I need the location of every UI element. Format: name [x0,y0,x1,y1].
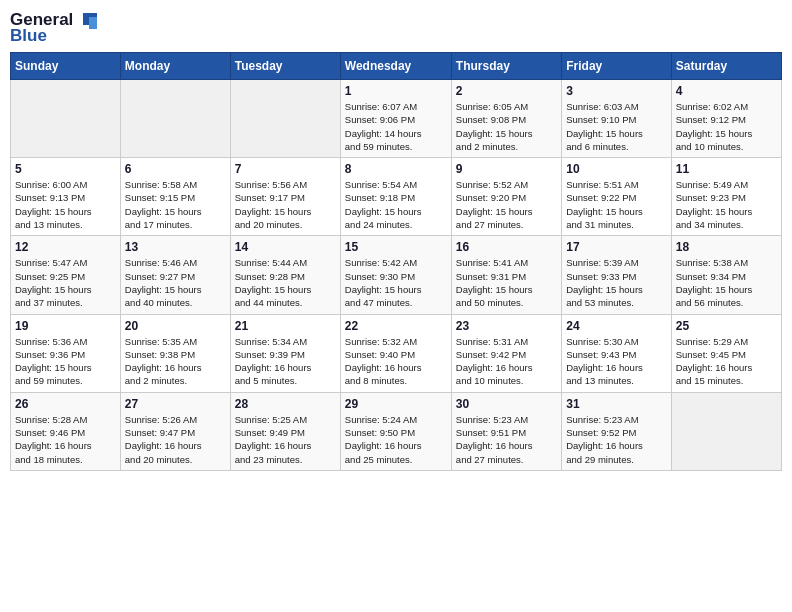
weekday-header-friday: Friday [562,53,671,80]
calendar-cell [671,392,781,470]
day-number: 22 [345,319,447,333]
calendar-cell: 30Sunrise: 5:23 AM Sunset: 9:51 PM Dayli… [451,392,561,470]
day-number: 15 [345,240,447,254]
day-info: Sunrise: 5:49 AM Sunset: 9:23 PM Dayligh… [676,178,777,231]
logo-blue-text: Blue [10,26,47,46]
day-number: 28 [235,397,336,411]
calendar-cell: 14Sunrise: 5:44 AM Sunset: 9:28 PM Dayli… [230,236,340,314]
day-info: Sunrise: 5:52 AM Sunset: 9:20 PM Dayligh… [456,178,557,231]
calendar-week-row: 1Sunrise: 6:07 AM Sunset: 9:06 PM Daylig… [11,80,782,158]
day-info: Sunrise: 5:56 AM Sunset: 9:17 PM Dayligh… [235,178,336,231]
day-number: 9 [456,162,557,176]
calendar-week-row: 12Sunrise: 5:47 AM Sunset: 9:25 PM Dayli… [11,236,782,314]
calendar-cell: 20Sunrise: 5:35 AM Sunset: 9:38 PM Dayli… [120,314,230,392]
day-number: 20 [125,319,226,333]
day-number: 17 [566,240,666,254]
calendar-cell: 1Sunrise: 6:07 AM Sunset: 9:06 PM Daylig… [340,80,451,158]
day-info: Sunrise: 5:24 AM Sunset: 9:50 PM Dayligh… [345,413,447,466]
weekday-header-monday: Monday [120,53,230,80]
calendar-week-row: 26Sunrise: 5:28 AM Sunset: 9:46 PM Dayli… [11,392,782,470]
day-number: 6 [125,162,226,176]
day-info: Sunrise: 6:02 AM Sunset: 9:12 PM Dayligh… [676,100,777,153]
day-number: 19 [15,319,116,333]
day-info: Sunrise: 5:42 AM Sunset: 9:30 PM Dayligh… [345,256,447,309]
day-number: 21 [235,319,336,333]
day-info: Sunrise: 5:51 AM Sunset: 9:22 PM Dayligh… [566,178,666,231]
day-info: Sunrise: 5:35 AM Sunset: 9:38 PM Dayligh… [125,335,226,388]
day-info: Sunrise: 5:44 AM Sunset: 9:28 PM Dayligh… [235,256,336,309]
calendar-cell: 28Sunrise: 5:25 AM Sunset: 9:49 PM Dayli… [230,392,340,470]
day-number: 13 [125,240,226,254]
calendar-cell: 13Sunrise: 5:46 AM Sunset: 9:27 PM Dayli… [120,236,230,314]
day-info: Sunrise: 6:00 AM Sunset: 9:13 PM Dayligh… [15,178,116,231]
calendar-cell: 26Sunrise: 5:28 AM Sunset: 9:46 PM Dayli… [11,392,121,470]
calendar-cell: 21Sunrise: 5:34 AM Sunset: 9:39 PM Dayli… [230,314,340,392]
logo: General Blue [10,10,97,46]
day-number: 3 [566,84,666,98]
weekday-header-wednesday: Wednesday [340,53,451,80]
day-number: 7 [235,162,336,176]
day-number: 18 [676,240,777,254]
day-info: Sunrise: 5:46 AM Sunset: 9:27 PM Dayligh… [125,256,226,309]
day-info: Sunrise: 5:29 AM Sunset: 9:45 PM Dayligh… [676,335,777,388]
header: General Blue [10,10,782,46]
day-info: Sunrise: 5:58 AM Sunset: 9:15 PM Dayligh… [125,178,226,231]
day-number: 31 [566,397,666,411]
weekday-header-saturday: Saturday [671,53,781,80]
calendar-body: 1Sunrise: 6:07 AM Sunset: 9:06 PM Daylig… [11,80,782,471]
day-info: Sunrise: 5:30 AM Sunset: 9:43 PM Dayligh… [566,335,666,388]
calendar-cell: 27Sunrise: 5:26 AM Sunset: 9:47 PM Dayli… [120,392,230,470]
calendar-cell: 11Sunrise: 5:49 AM Sunset: 9:23 PM Dayli… [671,158,781,236]
calendar-table: SundayMondayTuesdayWednesdayThursdayFrid… [10,52,782,471]
logo-icon [75,11,97,29]
weekday-header-thursday: Thursday [451,53,561,80]
day-number: 29 [345,397,447,411]
day-number: 27 [125,397,226,411]
calendar-header: SundayMondayTuesdayWednesdayThursdayFrid… [11,53,782,80]
day-info: Sunrise: 5:39 AM Sunset: 9:33 PM Dayligh… [566,256,666,309]
day-number: 8 [345,162,447,176]
day-number: 12 [15,240,116,254]
day-info: Sunrise: 5:25 AM Sunset: 9:49 PM Dayligh… [235,413,336,466]
day-number: 14 [235,240,336,254]
day-number: 4 [676,84,777,98]
calendar-cell: 16Sunrise: 5:41 AM Sunset: 9:31 PM Dayli… [451,236,561,314]
calendar-week-row: 19Sunrise: 5:36 AM Sunset: 9:36 PM Dayli… [11,314,782,392]
calendar-cell: 12Sunrise: 5:47 AM Sunset: 9:25 PM Dayli… [11,236,121,314]
calendar-cell: 18Sunrise: 5:38 AM Sunset: 9:34 PM Dayli… [671,236,781,314]
calendar-cell: 15Sunrise: 5:42 AM Sunset: 9:30 PM Dayli… [340,236,451,314]
day-number: 23 [456,319,557,333]
day-number: 10 [566,162,666,176]
day-info: Sunrise: 5:38 AM Sunset: 9:34 PM Dayligh… [676,256,777,309]
calendar-cell: 31Sunrise: 5:23 AM Sunset: 9:52 PM Dayli… [562,392,671,470]
calendar-cell: 8Sunrise: 5:54 AM Sunset: 9:18 PM Daylig… [340,158,451,236]
calendar-cell: 17Sunrise: 5:39 AM Sunset: 9:33 PM Dayli… [562,236,671,314]
day-info: Sunrise: 5:41 AM Sunset: 9:31 PM Dayligh… [456,256,557,309]
calendar-cell [11,80,121,158]
calendar-cell: 25Sunrise: 5:29 AM Sunset: 9:45 PM Dayli… [671,314,781,392]
day-info: Sunrise: 5:54 AM Sunset: 9:18 PM Dayligh… [345,178,447,231]
weekday-header-tuesday: Tuesday [230,53,340,80]
day-info: Sunrise: 6:05 AM Sunset: 9:08 PM Dayligh… [456,100,557,153]
svg-marker-1 [89,17,97,29]
day-info: Sunrise: 5:26 AM Sunset: 9:47 PM Dayligh… [125,413,226,466]
day-number: 30 [456,397,557,411]
day-info: Sunrise: 5:34 AM Sunset: 9:39 PM Dayligh… [235,335,336,388]
day-info: Sunrise: 5:31 AM Sunset: 9:42 PM Dayligh… [456,335,557,388]
calendar-cell: 23Sunrise: 5:31 AM Sunset: 9:42 PM Dayli… [451,314,561,392]
day-number: 26 [15,397,116,411]
calendar-cell: 3Sunrise: 6:03 AM Sunset: 9:10 PM Daylig… [562,80,671,158]
day-number: 24 [566,319,666,333]
day-number: 16 [456,240,557,254]
calendar-cell: 9Sunrise: 5:52 AM Sunset: 9:20 PM Daylig… [451,158,561,236]
day-number: 1 [345,84,447,98]
calendar-cell: 29Sunrise: 5:24 AM Sunset: 9:50 PM Dayli… [340,392,451,470]
day-info: Sunrise: 5:28 AM Sunset: 9:46 PM Dayligh… [15,413,116,466]
day-number: 2 [456,84,557,98]
day-info: Sunrise: 6:07 AM Sunset: 9:06 PM Dayligh… [345,100,447,153]
day-info: Sunrise: 5:32 AM Sunset: 9:40 PM Dayligh… [345,335,447,388]
calendar-cell: 7Sunrise: 5:56 AM Sunset: 9:17 PM Daylig… [230,158,340,236]
day-info: Sunrise: 5:23 AM Sunset: 9:52 PM Dayligh… [566,413,666,466]
calendar-cell: 19Sunrise: 5:36 AM Sunset: 9:36 PM Dayli… [11,314,121,392]
day-info: Sunrise: 5:23 AM Sunset: 9:51 PM Dayligh… [456,413,557,466]
